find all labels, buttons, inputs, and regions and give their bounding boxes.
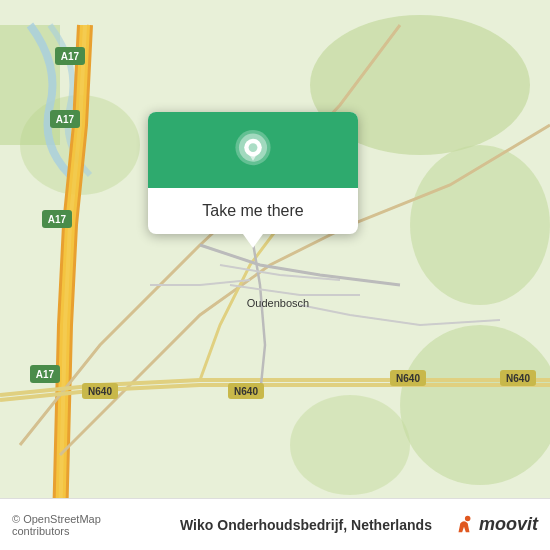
n640-label-2: N640 xyxy=(234,386,258,397)
n640-label-3: N640 xyxy=(396,373,420,384)
svg-point-1 xyxy=(410,145,550,305)
moovit-text: moovit xyxy=(479,514,538,535)
n640-label-1: N640 xyxy=(88,386,112,397)
a17-label-1: A17 xyxy=(61,51,80,62)
moovit-icon xyxy=(453,514,475,536)
town-label: Oudenbosch xyxy=(247,297,309,309)
map-svg: A17 A17 A17 A17 N640 N640 N640 N640 Oude… xyxy=(0,0,550,550)
popup-tail xyxy=(243,234,263,248)
popup-card: Take me there xyxy=(148,112,358,234)
a17-label-2: A17 xyxy=(56,114,75,125)
svg-point-19 xyxy=(465,515,471,521)
svg-point-5 xyxy=(290,395,410,495)
a17-label-3: A17 xyxy=(48,214,67,225)
a17-label-4: A17 xyxy=(36,369,55,380)
location-pin-icon xyxy=(231,130,275,174)
svg-point-2 xyxy=(400,325,550,485)
copyright-text: © OpenStreetMap contributors xyxy=(12,513,159,537)
n640-label-4: N640 xyxy=(506,373,530,384)
popup-header xyxy=(148,112,358,188)
moovit-logo: moovit xyxy=(453,514,538,536)
take-me-there-button[interactable]: Take me there xyxy=(194,200,311,222)
bottom-bar: © OpenStreetMap contributors Wiko Onderh… xyxy=(0,498,550,550)
location-title: Wiko Onderhoudsbedrijf, Netherlands xyxy=(159,517,453,533)
map-container[interactable]: A17 A17 A17 A17 N640 N640 N640 N640 Oude… xyxy=(0,0,550,550)
